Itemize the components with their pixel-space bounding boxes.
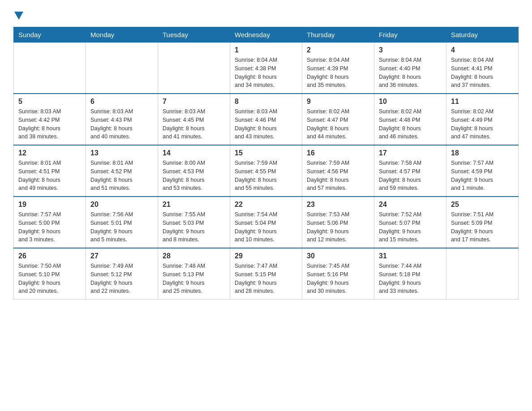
day-number: 9 <box>307 98 369 106</box>
day-info: Sunrise: 8:01 AM Sunset: 4:52 PM Dayligh… <box>90 159 153 193</box>
page-header <box>13 9 519 20</box>
day-info: Sunrise: 7:51 AM Sunset: 5:09 PM Dayligh… <box>451 210 514 244</box>
day-info: Sunrise: 7:54 AM Sunset: 5:04 PM Dayligh… <box>235 210 297 244</box>
day-info: Sunrise: 7:49 AM Sunset: 5:12 PM Dayligh… <box>90 262 153 295</box>
day-info: Sunrise: 7:50 AM Sunset: 5:10 PM Dayligh… <box>18 262 81 295</box>
day-number: 14 <box>163 149 225 157</box>
calendar-week-row: 26Sunrise: 7:50 AM Sunset: 5:10 PM Dayli… <box>14 248 519 300</box>
calendar-cell: 20Sunrise: 7:56 AM Sunset: 5:01 PM Dayli… <box>86 197 158 248</box>
calendar-cell: 4Sunrise: 8:04 AM Sunset: 4:41 PM Daylig… <box>446 43 519 94</box>
weekday-header-row: SundayMondayTuesdayWednesdayThursdayFrid… <box>14 27 519 43</box>
calendar-cell: 3Sunrise: 8:04 AM Sunset: 4:40 PM Daylig… <box>374 43 446 94</box>
day-number: 8 <box>235 98 297 106</box>
calendar-cell <box>14 43 86 94</box>
day-info: Sunrise: 8:02 AM Sunset: 4:49 PM Dayligh… <box>451 107 514 141</box>
day-info: Sunrise: 7:55 AM Sunset: 5:03 PM Dayligh… <box>163 210 225 244</box>
day-info: Sunrise: 7:48 AM Sunset: 5:13 PM Dayligh… <box>163 262 225 295</box>
calendar-cell: 16Sunrise: 7:59 AM Sunset: 4:56 PM Dayli… <box>302 145 374 197</box>
weekday-header-monday: Monday <box>86 27 158 43</box>
calendar-cell <box>86 43 158 94</box>
calendar-cell: 21Sunrise: 7:55 AM Sunset: 5:03 PM Dayli… <box>158 197 230 248</box>
day-info: Sunrise: 8:03 AM Sunset: 4:46 PM Dayligh… <box>235 107 297 141</box>
day-info: Sunrise: 7:59 AM Sunset: 4:55 PM Dayligh… <box>235 159 297 193</box>
day-info: Sunrise: 7:52 AM Sunset: 5:07 PM Dayligh… <box>379 210 442 244</box>
day-info: Sunrise: 8:04 AM Sunset: 4:39 PM Dayligh… <box>307 56 369 90</box>
logo-triangle-icon <box>14 12 23 20</box>
calendar-cell: 7Sunrise: 8:03 AM Sunset: 4:45 PM Daylig… <box>158 94 230 145</box>
day-number: 23 <box>307 201 369 209</box>
weekday-header-thursday: Thursday <box>302 27 374 43</box>
calendar-cell <box>446 248 519 300</box>
day-info: Sunrise: 8:03 AM Sunset: 4:45 PM Dayligh… <box>163 107 225 141</box>
calendar-cell: 6Sunrise: 8:03 AM Sunset: 4:43 PM Daylig… <box>86 94 158 145</box>
calendar-cell: 1Sunrise: 8:04 AM Sunset: 4:38 PM Daylig… <box>230 43 302 94</box>
day-info: Sunrise: 7:59 AM Sunset: 4:56 PM Dayligh… <box>307 159 369 193</box>
calendar-cell: 14Sunrise: 8:00 AM Sunset: 4:53 PM Dayli… <box>158 145 230 197</box>
day-info: Sunrise: 7:47 AM Sunset: 5:15 PM Dayligh… <box>235 262 297 295</box>
day-info: Sunrise: 8:04 AM Sunset: 4:41 PM Dayligh… <box>451 56 514 90</box>
day-number: 17 <box>379 149 442 157</box>
day-number: 20 <box>90 201 153 209</box>
day-info: Sunrise: 8:04 AM Sunset: 4:40 PM Dayligh… <box>379 56 442 90</box>
weekday-header-wednesday: Wednesday <box>230 27 302 43</box>
logo <box>13 9 23 20</box>
calendar-cell: 2Sunrise: 8:04 AM Sunset: 4:39 PM Daylig… <box>302 43 374 94</box>
calendar-week-row: 19Sunrise: 7:57 AM Sunset: 5:00 PM Dayli… <box>14 197 519 248</box>
calendar-week-row: 1Sunrise: 8:04 AM Sunset: 4:38 PM Daylig… <box>14 43 519 94</box>
calendar-week-row: 5Sunrise: 8:03 AM Sunset: 4:42 PM Daylig… <box>14 94 519 145</box>
calendar-cell: 13Sunrise: 8:01 AM Sunset: 4:52 PM Dayli… <box>86 145 158 197</box>
calendar-cell: 9Sunrise: 8:02 AM Sunset: 4:47 PM Daylig… <box>302 94 374 145</box>
day-number: 4 <box>451 46 514 54</box>
weekday-header-tuesday: Tuesday <box>158 27 230 43</box>
day-number: 22 <box>235 201 297 209</box>
calendar-cell: 30Sunrise: 7:45 AM Sunset: 5:16 PM Dayli… <box>302 248 374 300</box>
calendar-cell: 29Sunrise: 7:47 AM Sunset: 5:15 PM Dayli… <box>230 248 302 300</box>
day-number: 19 <box>18 201 81 209</box>
day-info: Sunrise: 7:57 AM Sunset: 4:59 PM Dayligh… <box>451 159 514 193</box>
weekday-header-saturday: Saturday <box>446 27 519 43</box>
calendar-cell: 11Sunrise: 8:02 AM Sunset: 4:49 PM Dayli… <box>446 94 519 145</box>
day-number: 16 <box>307 149 369 157</box>
day-number: 11 <box>451 98 514 106</box>
day-info: Sunrise: 8:01 AM Sunset: 4:51 PM Dayligh… <box>18 159 81 193</box>
day-number: 12 <box>18 149 81 157</box>
calendar-cell: 12Sunrise: 8:01 AM Sunset: 4:51 PM Dayli… <box>14 145 86 197</box>
calendar-cell: 17Sunrise: 7:58 AM Sunset: 4:57 PM Dayli… <box>374 145 446 197</box>
day-number: 28 <box>163 252 225 260</box>
day-number: 25 <box>451 201 514 209</box>
day-number: 10 <box>379 98 442 106</box>
day-number: 2 <box>307 46 369 54</box>
day-info: Sunrise: 7:57 AM Sunset: 5:00 PM Dayligh… <box>18 210 81 244</box>
day-number: 3 <box>379 46 442 54</box>
day-info: Sunrise: 8:03 AM Sunset: 4:43 PM Dayligh… <box>90 107 153 141</box>
day-info: Sunrise: 8:02 AM Sunset: 4:48 PM Dayligh… <box>379 107 442 141</box>
day-number: 7 <box>163 98 225 106</box>
calendar-cell: 19Sunrise: 7:57 AM Sunset: 5:00 PM Dayli… <box>14 197 86 248</box>
calendar-cell: 27Sunrise: 7:49 AM Sunset: 5:12 PM Dayli… <box>86 248 158 300</box>
day-number: 26 <box>18 252 81 260</box>
calendar-cell: 5Sunrise: 8:03 AM Sunset: 4:42 PM Daylig… <box>14 94 86 145</box>
day-number: 18 <box>451 149 514 157</box>
day-info: Sunrise: 8:00 AM Sunset: 4:53 PM Dayligh… <box>163 159 225 193</box>
day-info: Sunrise: 8:02 AM Sunset: 4:47 PM Dayligh… <box>307 107 369 141</box>
day-number: 27 <box>90 252 153 260</box>
calendar-cell: 18Sunrise: 7:57 AM Sunset: 4:59 PM Dayli… <box>446 145 519 197</box>
calendar-cell: 22Sunrise: 7:54 AM Sunset: 5:04 PM Dayli… <box>230 197 302 248</box>
calendar-cell: 31Sunrise: 7:44 AM Sunset: 5:18 PM Dayli… <box>374 248 446 300</box>
weekday-header-friday: Friday <box>374 27 446 43</box>
day-info: Sunrise: 8:04 AM Sunset: 4:38 PM Dayligh… <box>235 56 297 90</box>
day-number: 21 <box>163 201 225 209</box>
calendar-cell: 26Sunrise: 7:50 AM Sunset: 5:10 PM Dayli… <box>14 248 86 300</box>
weekday-header-sunday: Sunday <box>14 27 86 43</box>
day-info: Sunrise: 8:03 AM Sunset: 4:42 PM Dayligh… <box>18 107 81 141</box>
day-info: Sunrise: 7:45 AM Sunset: 5:16 PM Dayligh… <box>307 262 369 295</box>
day-number: 30 <box>307 252 369 260</box>
day-info: Sunrise: 7:56 AM Sunset: 5:01 PM Dayligh… <box>90 210 153 244</box>
day-number: 1 <box>235 46 297 54</box>
calendar-cell: 8Sunrise: 8:03 AM Sunset: 4:46 PM Daylig… <box>230 94 302 145</box>
calendar-week-row: 12Sunrise: 8:01 AM Sunset: 4:51 PM Dayli… <box>14 145 519 197</box>
day-number: 24 <box>379 201 442 209</box>
calendar-cell: 10Sunrise: 8:02 AM Sunset: 4:48 PM Dayli… <box>374 94 446 145</box>
day-number: 29 <box>235 252 297 260</box>
calendar-cell: 24Sunrise: 7:52 AM Sunset: 5:07 PM Dayli… <box>374 197 446 248</box>
